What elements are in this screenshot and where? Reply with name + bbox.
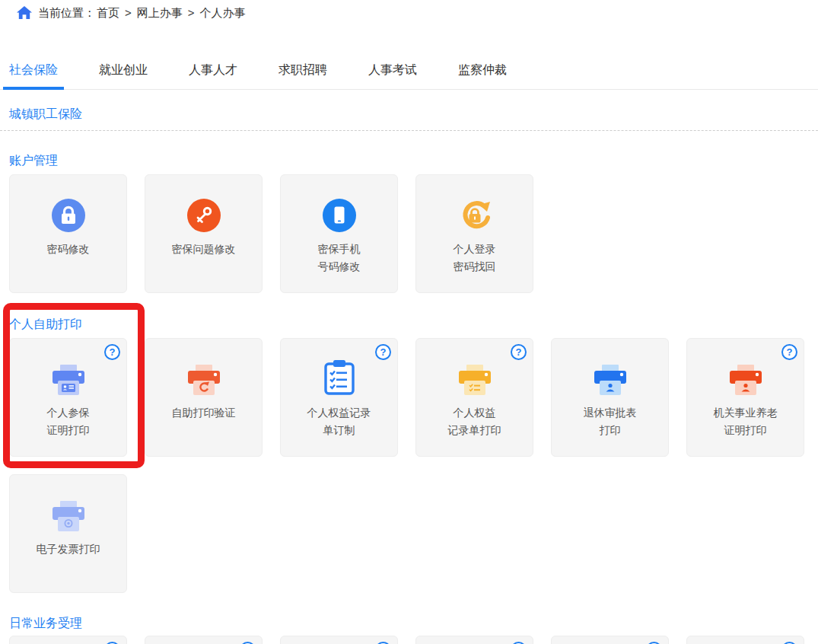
card-label: 密保手机号码修改	[281, 241, 397, 276]
card-label: 机关事业养老证明打印	[687, 404, 804, 439]
breadcrumb-separator: >	[125, 6, 132, 19]
tab-supervision-arbitration[interactable]: 监察仲裁	[452, 62, 513, 90]
card-grid-daily-business: ??????	[9, 636, 818, 644]
printer-person-icon	[552, 359, 668, 396]
breadcrumb-link-personal-services[interactable]: 个人办事	[200, 6, 246, 19]
printer-idcard-icon	[10, 359, 126, 396]
refresh-lock-icon	[416, 196, 533, 232]
card-daily-stub-4[interactable]: ?	[415, 636, 533, 644]
card-self-print-verification[interactable]: 自助打印验证	[145, 338, 263, 457]
card-login-password-recovery[interactable]: 个人登录密码找回	[415, 174, 533, 293]
printer-person-icon	[687, 359, 804, 396]
breadcrumb: 当前位置： 首页>网上办事>个人办事	[8, 5, 818, 21]
card-grid-personal-self-print: 个人参保证明打印?自助打印验证个人权益记录单订制?个人权益记录单打印?退休审批表…	[9, 338, 818, 593]
help-icon[interactable]: ?	[104, 344, 120, 360]
section-title-personal-self-print: 个人自助打印	[9, 317, 818, 332]
card-security-phone-change[interactable]: 密保手机号码修改	[280, 174, 398, 293]
tab-bar: 社会保险就业创业人事人才求职招聘人事考试监察仲裁	[0, 62, 818, 90]
card-grid-account-management: 密码修改密保问题修改密保手机号码修改个人登录密码找回	[9, 174, 818, 293]
card-daily-stub-2[interactable]: ?	[145, 636, 263, 644]
card-rights-record-customize[interactable]: 个人权益记录单订制?	[280, 338, 398, 457]
card-label: 个人参保证明打印	[10, 404, 126, 439]
tab-personnel-exam[interactable]: 人事考试	[362, 62, 423, 90]
breadcrumb-link-online-services[interactable]: 网上办事	[137, 6, 183, 19]
card-password-change[interactable]: 密码修改	[9, 174, 127, 293]
lock-circle-icon	[10, 196, 126, 232]
help-icon[interactable]: ?	[781, 344, 797, 360]
help-icon[interactable]: ?	[511, 344, 527, 360]
section-title-account-management: 账户管理	[9, 153, 818, 168]
breadcrumb-separator: >	[188, 6, 195, 19]
card-e-invoice-print[interactable]: 电子发票打印	[9, 474, 127, 593]
tab-social-insurance[interactable]: 社会保险	[3, 62, 64, 90]
card-daily-stub-5[interactable]: ?	[551, 636, 669, 644]
card-insurance-certificate-print[interactable]: 个人参保证明打印?	[9, 338, 127, 457]
sections-container: 账户管理密码修改密保问题修改密保手机号码修改个人登录密码找回个人自助打印个人参保…	[0, 153, 818, 644]
page-title: 城镇职工保险	[9, 107, 818, 122]
phone-circle-icon	[281, 196, 397, 232]
breadcrumb-prefix: 当前位置：	[38, 6, 95, 21]
card-daily-stub-3[interactable]: ?	[280, 636, 398, 644]
tab-hr-talent[interactable]: 人事人才	[183, 62, 243, 90]
card-government-pension-certificate-print[interactable]: 机关事业养老证明打印?	[686, 338, 804, 457]
breadcrumb-items: 首页>网上办事>个人办事	[97, 6, 246, 21]
tab-employment-entrepreneurship[interactable]: 就业创业	[93, 62, 154, 90]
card-label: 密码修改	[10, 241, 126, 258]
help-icon[interactable]: ?	[375, 344, 391, 360]
card-label: 个人权益记录单订制	[281, 404, 397, 439]
section-title-daily-business: 日常业务受理	[9, 616, 818, 631]
card-retirement-approval-print[interactable]: 退休审批表打印	[551, 338, 669, 457]
card-label: 自助打印验证	[145, 404, 262, 422]
card-label: 密保问题修改	[145, 241, 262, 258]
card-security-question-change[interactable]: 密保问题修改	[145, 174, 263, 293]
home-icon[interactable]	[17, 5, 32, 21]
printer-seal-icon	[10, 496, 126, 532]
card-daily-stub-1[interactable]: ?	[9, 636, 127, 644]
dashed-divider	[0, 130, 818, 131]
printer-refresh-icon	[145, 359, 262, 396]
card-label: 个人登录密码找回	[416, 241, 533, 276]
card-daily-stub-6[interactable]: ?	[686, 636, 804, 644]
printer-check-icon	[416, 359, 533, 396]
tab-job-recruitment[interactable]: 求职招聘	[272, 62, 333, 90]
card-label: 退休审批表打印	[552, 404, 668, 439]
breadcrumb-link-home[interactable]: 首页	[97, 6, 119, 19]
card-label: 个人权益记录单打印	[416, 404, 533, 439]
card-label: 电子发票打印	[10, 540, 126, 558]
clipboard-check-icon	[281, 359, 397, 396]
key-circle-icon	[145, 196, 262, 232]
card-rights-record-print[interactable]: 个人权益记录单打印?	[415, 338, 533, 457]
